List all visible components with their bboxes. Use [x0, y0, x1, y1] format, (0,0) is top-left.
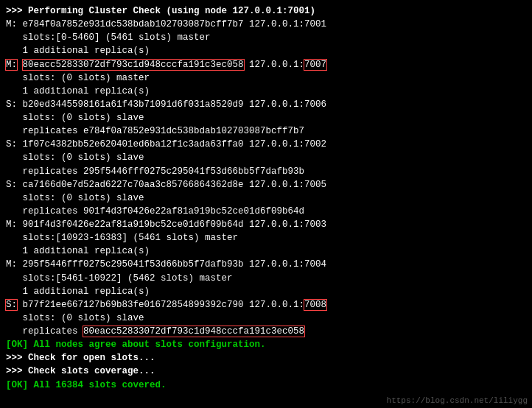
line-3: slots:[0-5460] (5461 slots) master — [6, 31, 526, 44]
line-10: replicates e784f0a7852e931dc538bdab10270… — [6, 124, 526, 138]
line-14: S: ca7166d0e7d52ad6227c70aa3c85766864362… — [6, 178, 526, 191]
m-prefix-highlight: M: — [6, 60, 17, 70]
line-16: replicates 901f4d3f0426e22af81a919bc52ce… — [6, 205, 526, 218]
line-27: >>> Check for open slots... — [6, 351, 526, 365]
line-20: M: 295f5446fff0275c295041f53d66bb5f7dafb… — [6, 258, 526, 271]
line-4: 1 additional replica(s) — [6, 44, 526, 57]
line-21: slots:[5461-10922] (5462 slots) master — [6, 272, 526, 285]
line-6: slots: (0 slots) master — [6, 71, 526, 85]
line-11: S: 1f07c4382bb52e620401ed6ba12f1c3ada63f… — [6, 138, 526, 151]
terminal: >>> Performing Cluster Check (using node… — [0, 0, 532, 408]
line-18: slots:[10923-16383] (5461 slots) master — [6, 231, 526, 245]
line-15: slots: (0 slots) slave — [6, 191, 526, 205]
replicates-hash-highlight: 80eacc52833072df793c1d948cccfa191c3ec058 — [83, 326, 304, 337]
line-2: M: e784f0a7852e931dc538bdab102703087bcff… — [6, 18, 526, 31]
line-26: [OK] All nodes agree about slots configu… — [6, 338, 526, 351]
line-24: slots: (0 slots) slave — [6, 312, 526, 325]
line-13: replicates 295f5446fff0275c295041f53d66b… — [6, 165, 526, 178]
line-22: 1 additional replica(s) — [6, 285, 526, 298]
line-17: M: 901f4d3f0426e22af81a919bc52ce01d6f09b… — [6, 218, 526, 231]
line-9: slots: (0 slots) slave — [6, 111, 526, 124]
line-12: slots: (0 slots) slave — [6, 151, 526, 164]
m-port-highlight: 7007 — [304, 60, 326, 70]
line-7: 1 additional replica(s) — [6, 85, 526, 98]
line-19: 1 additional replica(s) — [6, 245, 526, 258]
line-5: M: 80eacc52833072df793c1d948cccfa191c3ec… — [6, 58, 526, 71]
watermark: https://blog.csdn.net/liliygg — [387, 396, 528, 405]
line-1: >>> Performing Cluster Check (using node… — [6, 4, 526, 18]
line-29: [OK] All 16384 slots covered. — [6, 379, 526, 392]
m-hash-highlight: 80eacc52833072df793c1d948cccfa191c3ec058 — [23, 60, 244, 70]
line-8: S: b20ed3445598161a61f43b71091d6f031a852… — [6, 98, 526, 111]
s-port-highlight: 7008 — [304, 300, 326, 310]
s-prefix-highlight: S: — [6, 300, 17, 310]
line-28: >>> Check slots coverage... — [6, 365, 526, 378]
line-23: S: b77f21ee667127b69b83fe01672854899392c… — [6, 298, 526, 312]
line-25: replicates 80eacc52833072df793c1d948cccf… — [6, 325, 526, 338]
